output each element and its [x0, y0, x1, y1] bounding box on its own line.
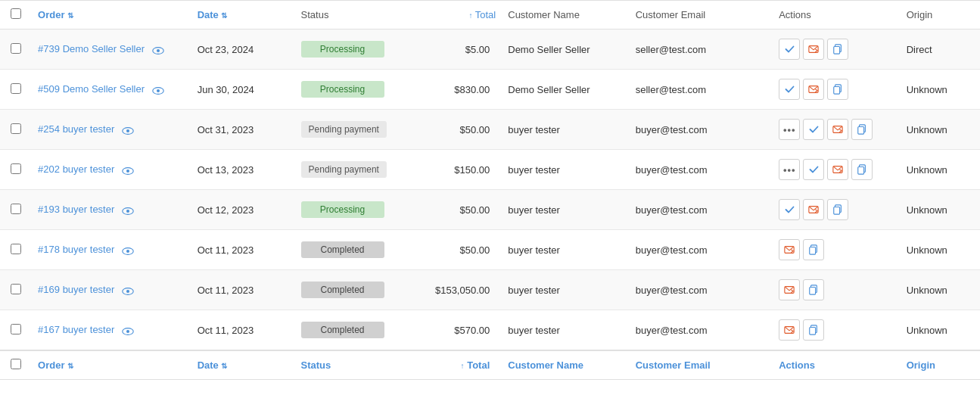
customer-email-value: buyer@test.com	[636, 164, 708, 176]
row-checkbox[interactable]	[11, 43, 21, 54]
actions-td	[773, 310, 900, 351]
header-date-label: Date	[198, 9, 219, 20]
resend-button[interactable]	[779, 239, 800, 260]
resend-button[interactable]	[779, 319, 800, 341]
footer-order[interactable]: Order ⇅	[32, 350, 191, 380]
order-link[interactable]: #202 buyer tester	[38, 163, 114, 175]
header-total-label: Total	[475, 9, 496, 20]
row-checkbox[interactable]	[11, 204, 21, 214]
row-checkbox[interactable]	[11, 244, 21, 254]
view-order-icon[interactable]	[122, 285, 134, 296]
resend-button[interactable]	[779, 279, 800, 300]
origin-cell: Unknown	[901, 270, 980, 310]
footer-status: Status	[295, 350, 406, 380]
row-checkbox[interactable]	[11, 284, 21, 294]
table-row: #193 buyer tester Oct 12, 2023 Processin…	[0, 190, 980, 230]
complete-button[interactable]	[779, 199, 800, 220]
footer-actions-label: Actions	[779, 359, 815, 371]
row-checkbox-cell	[0, 270, 32, 310]
row-checkbox[interactable]	[11, 83, 21, 94]
customer-email-value: seller@test.com	[636, 44, 706, 55]
total-cell: $150.00	[406, 150, 502, 190]
view-order-icon[interactable]	[122, 244, 134, 256]
copy-button[interactable]	[803, 239, 824, 260]
order-link[interactable]: #169 buyer tester	[38, 284, 114, 295]
view-order-icon[interactable]	[122, 164, 134, 176]
origin-cell: Direct	[901, 30, 980, 70]
resend-button[interactable]	[827, 159, 848, 180]
footer-select-all-checkbox[interactable]	[11, 359, 21, 369]
actions-cell	[779, 199, 894, 220]
view-order-icon[interactable]	[122, 204, 134, 216]
complete-button[interactable]	[803, 159, 824, 180]
actions-cell	[779, 319, 894, 341]
order-cell: #254 buyer tester	[32, 110, 191, 150]
resend-button[interactable]	[803, 199, 824, 220]
resend-button[interactable]	[827, 119, 848, 140]
order-link[interactable]: #739 Demo Seller Seller	[38, 43, 145, 54]
customer-email-value: seller@test.com	[636, 84, 706, 95]
resend-button[interactable]	[803, 39, 824, 60]
footer-date[interactable]: Date ⇅	[191, 350, 295, 380]
customer-email-cell: seller@test.com	[630, 70, 773, 110]
copy-button[interactable]	[851, 159, 873, 180]
header-order[interactable]: Order ⇅	[32, 1, 191, 30]
copy-button[interactable]	[827, 199, 848, 220]
date-cell: Oct 31, 2023	[191, 110, 295, 150]
row-checkbox[interactable]	[11, 123, 21, 134]
footer-total[interactable]: ↑ Total	[406, 350, 502, 380]
svg-rect-39	[810, 328, 816, 335]
complete-button[interactable]	[803, 119, 824, 140]
footer-status-label: Status	[301, 359, 331, 371]
order-link[interactable]: #178 buyer tester	[38, 244, 114, 255]
footer-date-sort-icon: ⇅	[221, 362, 227, 370]
header-total[interactable]: ↑ Total	[406, 1, 502, 30]
complete-button[interactable]	[779, 79, 800, 100]
copy-button[interactable]	[827, 39, 848, 60]
row-checkbox[interactable]	[11, 163, 21, 174]
svg-point-26	[126, 250, 129, 253]
copy-button[interactable]	[803, 279, 824, 300]
date-value: Oct 12, 2023	[198, 204, 254, 216]
view-order-icon[interactable]	[122, 325, 134, 336]
row-checkbox[interactable]	[11, 324, 21, 334]
origin-cell: Unknown	[901, 230, 980, 270]
complete-button[interactable]	[779, 39, 800, 60]
svg-point-31	[126, 290, 129, 293]
status-badge: Pending payment	[301, 161, 387, 178]
more-options-button[interactable]: •••	[779, 119, 800, 140]
header-customer-email: Customer Email	[630, 1, 773, 30]
select-all-checkbox[interactable]	[11, 8, 21, 19]
copy-button[interactable]	[851, 119, 873, 140]
view-order-icon[interactable]	[152, 84, 164, 95]
customer-name-value: Demo Seller Seller	[508, 84, 590, 95]
actions-td: •••	[773, 150, 900, 190]
footer-order-label: Order	[38, 359, 64, 371]
copy-button[interactable]	[827, 79, 848, 100]
more-options-button[interactable]: •••	[779, 159, 800, 180]
customer-name-cell: Demo Seller Seller	[502, 30, 629, 70]
order-link[interactable]: #193 buyer tester	[38, 204, 114, 215]
customer-name-cell: Demo Seller Seller	[502, 70, 629, 110]
customer-email-cell: buyer@test.com	[630, 190, 773, 230]
total-value: $570.00	[454, 325, 490, 336]
copy-button[interactable]	[803, 319, 824, 341]
status-badge: Processing	[301, 201, 384, 218]
status-badge: Processing	[301, 41, 384, 58]
order-link[interactable]: #509 Demo Seller Seller	[38, 83, 145, 95]
view-order-icon[interactable]	[122, 124, 134, 135]
date-cell: Oct 11, 2023	[191, 310, 295, 351]
order-link[interactable]: #167 buyer tester	[38, 324, 114, 335]
order-link[interactable]: #254 buyer tester	[38, 123, 114, 135]
customer-name-cell: buyer tester	[502, 310, 629, 351]
date-value: Jun 30, 2024	[198, 84, 254, 95]
date-value: Oct 11, 2023	[198, 244, 254, 256]
view-order-icon[interactable]	[152, 44, 164, 55]
resend-button[interactable]	[803, 79, 824, 100]
footer-origin: Origin	[901, 350, 980, 380]
customer-name-cell: buyer tester	[502, 270, 629, 310]
svg-rect-19	[858, 167, 864, 175]
header-date[interactable]: Date ⇅	[191, 1, 295, 30]
table-row: #739 Demo Seller Seller Oct 23, 2024 Pro…	[0, 30, 980, 70]
date-value: Oct 11, 2023	[198, 325, 254, 336]
